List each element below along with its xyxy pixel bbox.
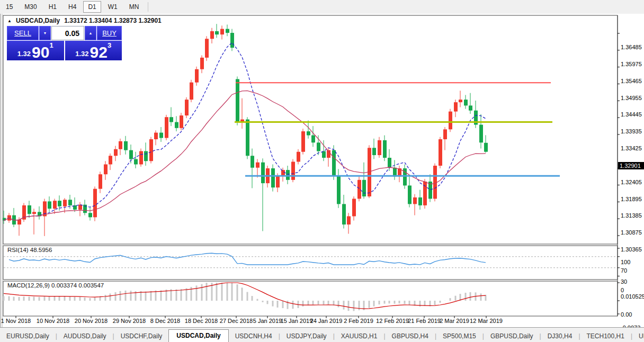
candle: [175, 122, 178, 128]
volume-decrease-button[interactable]: ▼: [39, 26, 51, 40]
chart-tab-gbpusd-h4[interactable]: GBPUSD,H4: [386, 330, 435, 342]
candle: [195, 69, 199, 83]
rsi-scale-label: 70: [621, 267, 627, 274]
timeframe-button-d1[interactable]: D1: [83, 1, 101, 13]
buy-button[interactable]: BUY: [97, 26, 122, 40]
date-axis-label: 20 Nov 2018: [75, 318, 108, 324]
buy-price-big: 92: [90, 46, 108, 59]
rsi-pane[interactable]: [3, 246, 618, 280]
candle: [139, 151, 143, 165]
candle: [479, 125, 483, 143]
candle: [58, 201, 61, 206]
current-price-badge: 1.32901: [618, 162, 644, 169]
candle: [220, 29, 224, 35]
candle: [439, 139, 442, 166]
date-axis-label: 10 Nov 2018: [37, 318, 69, 324]
price-axis-label: 1.33935: [621, 128, 642, 134]
chart-tab-usdjpy-daily[interactable]: USDJPY,Daily: [280, 330, 333, 342]
date-axis-label: 12 Feb 2019: [376, 318, 409, 324]
candle: [149, 139, 153, 161]
candle: [53, 201, 57, 209]
date-axis-label: 21 Feb 2019: [408, 318, 441, 324]
candle: [286, 170, 290, 180]
candle: [99, 174, 102, 188]
date-axis-label: 12 Mar 2019: [470, 318, 503, 324]
candle: [408, 185, 412, 204]
one-click-trade-panel: SELL ▼ 0.05 ▲ BUY 1.32 90 1 1.32 92 3: [6, 25, 122, 61]
candle: [236, 79, 239, 122]
candle: [114, 149, 118, 156]
price-axis-label: 1.34445: [621, 111, 642, 118]
candle: [104, 164, 108, 174]
date-axis-label: 27 Dec 2018: [220, 318, 253, 324]
chart-tab-usdcnh-h4[interactable]: USDCNH,H4: [229, 330, 279, 342]
timeframe-button-15[interactable]: 15: [1, 1, 17, 13]
price-axis-label: 1.35975: [621, 61, 642, 67]
candle: [413, 197, 417, 204]
candle: [337, 176, 341, 204]
sell-button[interactable]: SELL: [7, 26, 39, 40]
price-axis-label: 1.33425: [621, 145, 642, 151]
chart-window[interactable]: ▲ USDCAD,Daily 1.33172 1.33404 1.32873 1…: [0, 14, 644, 327]
macd-scale-label: 0.00: [621, 311, 632, 318]
price-axis-label: 1.30875: [621, 229, 642, 236]
candle: [383, 140, 387, 158]
buy-price-prefix: 1.32: [75, 50, 88, 58]
chart-tab-usdcad-daily[interactable]: USDCAD,Daily: [168, 329, 228, 342]
candle: [190, 83, 193, 100]
timeframe-button-m30[interactable]: M30: [20, 1, 41, 13]
candle: [469, 105, 472, 110]
buy-price-pip: 3: [108, 41, 111, 49]
chart-tab-ukc[interactable]: UKC: [632, 330, 644, 342]
price-axis-label: 1.31895: [621, 196, 642, 202]
symbol-title: USDCAD,Daily: [16, 17, 60, 24]
candle: [68, 200, 72, 205]
date-axis-label: 8 Dec 2018: [150, 318, 180, 324]
candle: [119, 141, 122, 149]
sell-price-display[interactable]: 1.32 90 1: [7, 41, 64, 60]
sell-price-prefix: 1.32: [17, 50, 31, 58]
candle: [251, 156, 254, 167]
candle: [32, 212, 36, 214]
timeframe-button-h1[interactable]: H1: [44, 1, 61, 13]
candle: [165, 117, 168, 138]
candle: [200, 58, 204, 69]
window-left-edge-inner: [2, 14, 3, 327]
candle: [256, 163, 260, 168]
candle: [433, 166, 437, 199]
candle: [159, 133, 163, 138]
price-axis-label: 1.32405: [621, 179, 642, 185]
candle: [246, 120, 249, 156]
candle: [134, 159, 138, 165]
timeframe-button-mn[interactable]: MN: [124, 1, 144, 13]
window-left-edge: [1, 14, 1, 327]
candle: [261, 163, 265, 183]
buy-price-display[interactable]: 1.32 92 3: [65, 41, 122, 60]
rsi-indicator-label: RSI(14) 48.5956: [7, 247, 52, 253]
price-axis-label: 1.35465: [621, 78, 642, 84]
date-axis-label: 24 Jan 2019: [310, 318, 343, 324]
chart-tab-xauusd-h1[interactable]: XAUUSD,H1: [335, 330, 384, 342]
volume-increase-button[interactable]: ▲: [85, 26, 96, 40]
candle: [352, 199, 356, 216]
chart-tab-eurusd-daily[interactable]: EURUSD,Daily: [0, 330, 56, 342]
chart-tab-audusd-daily[interactable]: AUDUSD,Daily: [57, 330, 113, 342]
rsi-scale-label: 0: [621, 287, 624, 293]
chart-tab-sp500-m15[interactable]: SP500,M15: [436, 330, 482, 342]
volume-input[interactable]: 0.05: [51, 26, 84, 40]
date-axis-label: 18 Dec 2018: [185, 318, 218, 324]
chart-tab-usdchf-daily[interactable]: USDCHF,Daily: [114, 330, 169, 342]
candle: [291, 161, 295, 179]
candle: [297, 152, 300, 162]
timeframe-button-w1[interactable]: W1: [103, 1, 122, 13]
chart-tab-dj30-h4[interactable]: DJ30,H4: [541, 330, 579, 342]
price-axis-label: 1.30365: [621, 246, 642, 253]
price-axis-label: 1.31385: [621, 212, 642, 219]
candle: [230, 33, 234, 48]
timeframe-button-h4[interactable]: H4: [64, 1, 81, 13]
candle: [226, 29, 229, 33]
chart-tab-tech100-h1[interactable]: TECH100,H1: [580, 330, 631, 342]
chart-tab-gbpusd-daily[interactable]: GBPUSD,Daily: [484, 330, 540, 342]
collapse-panel-icon[interactable]: ▲: [7, 19, 12, 23]
price-axis-label: 1.36485: [621, 44, 642, 50]
